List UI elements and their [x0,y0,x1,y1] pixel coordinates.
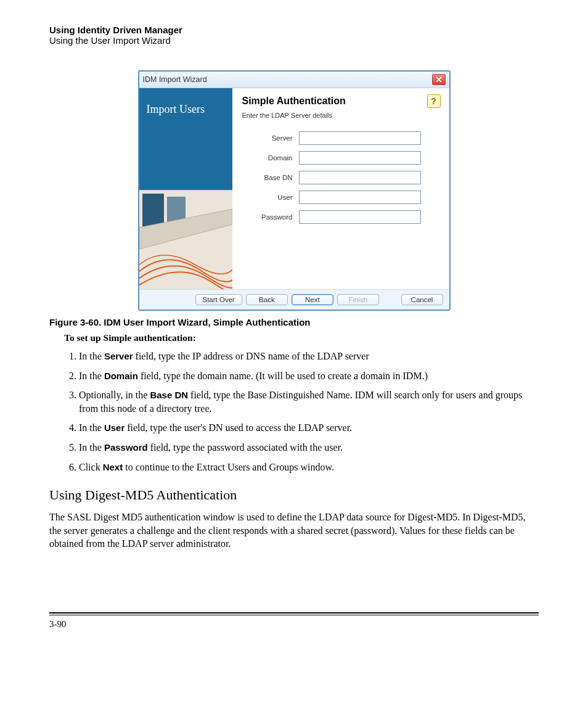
user-label: User [242,194,293,201]
page-header: Using Identity Driven Manager Using the … [49,25,539,46]
header-subtitle: Using the User Import Wizard [49,35,539,46]
help-button[interactable]: ? [427,94,441,108]
domain-input[interactable] [299,151,421,165]
next-button[interactable]: Next [292,294,333,305]
password-input[interactable] [299,210,421,224]
server-label: Server [242,134,293,142]
user-input[interactable] [299,191,421,204]
section-heading: Using Digest-MD5 Authentication [49,487,539,503]
sidebar-title: Import Users [139,88,232,190]
dialog-title: IDM Import Wizard [143,75,207,84]
list-item: In the User field, type the user's DN us… [79,421,539,435]
section-body: The SASL Digest MD5 authentication windo… [49,511,539,551]
startover-button[interactable]: Start Over [195,294,242,305]
list-item: Optionally, in the Base DN field, type t… [79,388,539,415]
sidebar-image [139,190,232,289]
wizard-dialog: IDM Import Wizard Import Users [138,70,451,311]
dialog-titlebar: IDM Import Wizard [139,72,449,88]
dialog-button-bar: Start Over Back Next Finish Cancel [139,289,449,310]
header-title: Using Identity Driven Manager [49,25,539,35]
dialog-sidebar: Import Users [139,88,232,289]
basedn-input[interactable] [299,171,421,184]
password-label: Password [242,213,293,221]
finish-button: Finish [337,294,379,305]
close-icon [435,76,443,83]
domain-label: Domain [242,154,293,162]
page-number: 3-90 [49,615,539,630]
cancel-button[interactable]: Cancel [401,294,443,305]
panel-title: Simple Authentication [242,96,439,107]
close-button[interactable] [432,74,446,85]
back-button[interactable]: Back [246,294,288,305]
figure-caption: Figure 3-60. IDM User Import Wizard, Sim… [49,317,539,327]
panel-subtitle: Enter the LDAP Server details [242,112,439,119]
list-item: In the Password field, type the password… [79,441,539,454]
list-item: In the Domain field, type the domain nam… [79,369,539,383]
page-footer: 3-90 [49,612,539,630]
list-item: Click Next to continue to the Extract Us… [79,461,539,474]
server-input[interactable] [299,131,421,145]
procedure-lead: To set up Simple authentication: [64,332,539,343]
basedn-label: Base DN [242,174,293,181]
list-item: In the Server field, type the IP address… [79,350,539,363]
help-icon: ? [431,96,436,106]
procedure-list: In the Server field, type the IP address… [64,350,539,474]
